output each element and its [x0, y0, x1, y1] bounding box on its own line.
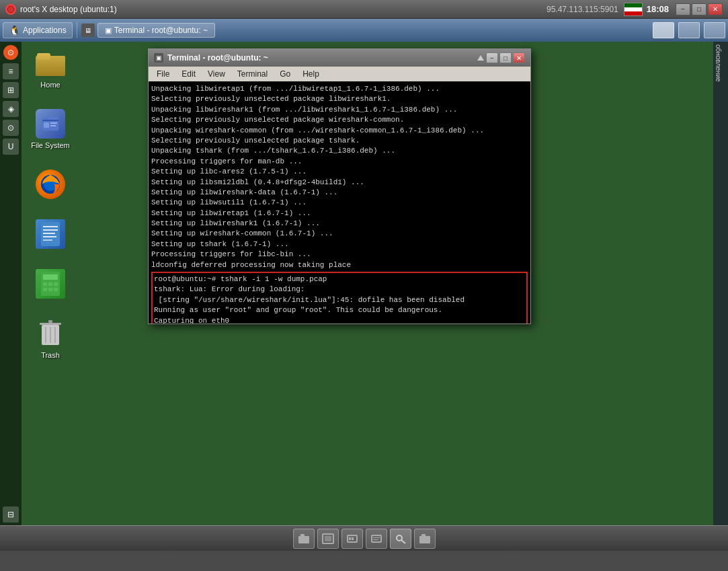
svg-rect-36 [352, 537, 354, 540]
terminal-line-9: Setting up libc-ares2 (1.7.5-1) ... [151, 167, 528, 177]
filesystem-icon [36, 109, 65, 139]
panel-icon-3[interactable]: ⊞ [3, 82, 19, 98]
home-desktop-icon[interactable]: Home [27, 48, 74, 89]
svg-rect-17 [48, 282, 52, 286]
taskbar-divider [77, 22, 77, 38]
panel-icon-5[interactable]: ⊙ [3, 120, 19, 136]
firefox-desktop-icon[interactable] [27, 169, 74, 199]
terminal-taskbar-button[interactable]: ▣ Terminal - root@ubuntu: ~ [97, 23, 215, 38]
terminal-menubar: File Edit View Terminal Go Help [149, 67, 530, 81]
svg-rect-4 [50, 122, 57, 124]
terminal-menu-terminal[interactable]: Terminal [232, 68, 273, 80]
terminal-line-2: Selecting previously unselected package … [151, 94, 528, 104]
trash-icon [36, 319, 65, 348]
desktop-icon-small: 🖥 [85, 27, 91, 34]
vnc-title-text: root's X desktop (ubuntu:1) [20, 5, 117, 14]
panel-icon-6-glyph: U [8, 142, 14, 151]
filesystem-icon-label: File System [31, 141, 69, 149]
trash-icon-label: Trash [41, 351, 60, 359]
home-icon-label: Home [40, 81, 60, 89]
terminal-line-10: Setting up libsmi2ldbl (0.4.8+dfsg2-4bui… [151, 178, 528, 188]
svg-rect-16 [43, 282, 47, 286]
panel-icon-4-glyph: ◈ [8, 104, 14, 114]
terminal-menu-go[interactable]: Go [274, 68, 296, 80]
vnc-title-left: root's X desktop (ubuntu:1) [5, 4, 117, 15]
ubuntu-panel-icon: ⊙ [3, 45, 18, 60]
terminal-menu-edit[interactable]: Edit [176, 68, 201, 80]
terminal-line-16: Setting up tshark (1.6.7-1) ... [151, 239, 528, 250]
workspace-3[interactable] [704, 22, 725, 38]
bottom-icon-3[interactable] [341, 529, 363, 549]
home-folder-icon [36, 50, 65, 76]
panel-icon-1[interactable]: ⊙ [3, 44, 19, 61]
terminal-output: Unpacking libwiretap1 (from .../libwiret… [151, 84, 528, 270]
terminal-titlebar: ▣ Terminal - root@ubuntu: ~ − □ ✕ [149, 49, 530, 67]
terminal-line-17: Processing triggers for libc-bin ... [151, 250, 528, 260]
calc-desktop-icon[interactable] [27, 269, 74, 299]
left-panel: ⊙ ≡ ⊞ ◈ ⊙ U ⊟ [0, 42, 22, 525]
trash-desktop-icon[interactable]: Trash [27, 319, 74, 359]
svg-rect-12 [43, 236, 56, 237]
terminal-maximize-button[interactable]: □ [499, 52, 512, 63]
svg-rect-18 [54, 282, 58, 286]
bottom-search-icon[interactable] [390, 529, 411, 549]
panel-icon-7-glyph: ⊟ [7, 510, 14, 519]
terminal-content[interactable]: Unpacking libwiretap1 (from .../libwiret… [149, 81, 530, 323]
panel-icon-7[interactable]: ⊟ [3, 506, 19, 523]
terminal-minimize-button[interactable]: − [486, 52, 498, 63]
svg-rect-9 [43, 226, 58, 227]
terminal-line-4: Selecting previously unselected package … [151, 115, 528, 125]
panel-icon-5-glyph: ⊙ [7, 123, 14, 132]
taskbar-right [653, 22, 725, 38]
terminal-error-1: tshark: Lua: Error during loading: [154, 284, 525, 295]
applications-menu-button[interactable]: 🐧 Applications [3, 22, 73, 38]
writer-desktop-icon[interactable] [27, 219, 74, 249]
terminal-prompt-line: root@ubuntu:~# tshark -i 1 -w dump.pcap [154, 274, 525, 284]
terminal-title-left: ▣ Terminal - root@ubuntu: ~ [154, 53, 268, 63]
svg-rect-13 [43, 239, 52, 241]
terminal-line-6: Selecting previously unselected package … [151, 136, 528, 146]
panel-icon-4[interactable]: ◈ [3, 101, 19, 117]
workspace-1[interactable] [653, 22, 674, 38]
workspace-2[interactable] [678, 22, 700, 38]
terminal-window: ▣ Terminal - root@ubuntu: ~ − □ ✕ File E… [148, 48, 531, 324]
svg-rect-31 [300, 534, 305, 537]
vnc-maximize-button[interactable]: □ [692, 3, 706, 15]
terminal-line-13: Setting up libwiretap1 (1.6.7-1) ... [151, 208, 528, 219]
terminal-line-12: Setting up libwsutil1 (1.6.7-1) ... [151, 198, 528, 208]
calc-icon [36, 269, 65, 299]
terminal-scroll-up-icon [477, 54, 485, 62]
bottom-taskbar [0, 525, 728, 551]
terminal-line-18: ldconfig deferred processing now taking … [151, 260, 528, 270]
applications-label: Applications [23, 26, 67, 35]
bottom-icon-2[interactable] [317, 529, 339, 549]
terminal-capturing: Capturing on eth0 [154, 316, 525, 323]
vnc-minimize-button[interactable]: − [676, 3, 690, 15]
svg-rect-23 [48, 320, 52, 323]
terminal-title-text: Terminal - root@ubuntu: ~ [167, 53, 268, 63]
desktop-icons-container: Home File System [27, 48, 74, 359]
terminal-menu-help[interactable]: Help [297, 68, 325, 80]
svg-rect-42 [419, 536, 430, 543]
svg-rect-24 [40, 323, 61, 325]
panel-icon-6[interactable]: U [3, 139, 19, 155]
terminal-line-14: Setting up libwireshark1 (1.6.7-1) ... [151, 219, 528, 229]
filesystem-desktop-icon[interactable]: File System [27, 109, 74, 149]
svg-rect-21 [54, 288, 58, 291]
vnc-close-button[interactable]: ✕ [708, 3, 723, 15]
terminal-menu-file[interactable]: File [151, 68, 175, 80]
panel-icon-2-glyph: ≡ [8, 67, 13, 76]
terminal-buttons: − □ ✕ [477, 52, 525, 63]
writer-icon [36, 219, 65, 249]
svg-marker-29 [477, 55, 484, 61]
show-desktop-button[interactable]: 🖥 [81, 24, 95, 37]
svg-point-0 [7, 6, 14, 13]
svg-point-40 [397, 535, 402, 541]
bottom-icon-4[interactable] [366, 529, 387, 549]
bottom-icon-6[interactable] [414, 529, 436, 549]
terminal-menu-view[interactable]: View [202, 68, 231, 80]
russian-sidebar: обновление [713, 42, 728, 525]
bottom-icon-1[interactable] [293, 529, 315, 549]
terminal-close-button[interactable]: ✕ [513, 52, 525, 63]
panel-icon-2[interactable]: ≡ [3, 63, 19, 79]
